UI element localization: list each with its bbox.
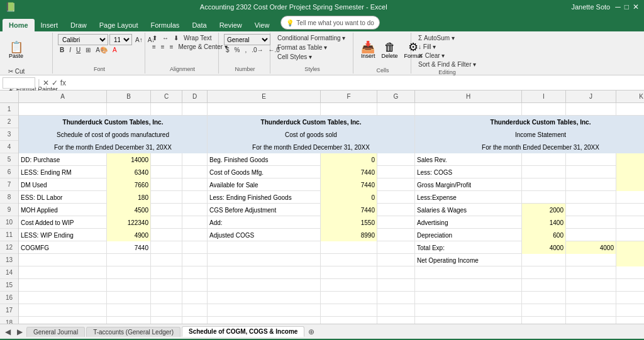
cell[interactable] [566,103,616,116]
cell[interactable] [182,241,208,254]
cell[interactable]: Salaries & Wages [415,204,522,216]
cell[interactable] [377,103,415,116]
cell[interactable] [107,103,151,116]
delete-button[interactable]: 🗑 Delete [379,34,401,67]
cell[interactable] [107,266,151,279]
fill-color-button[interactable]: A🎨 [94,46,109,54]
cell[interactable]: Less: Ending Finished Goods [208,191,321,204]
cell[interactable] [377,166,415,178]
number-format-select[interactable]: General [224,34,270,45]
cell[interactable]: LESS: WIP Ending [19,229,107,241]
cell[interactable] [151,254,182,266]
cell[interactable] [616,317,644,324]
font-color-button[interactable]: A [111,46,119,54]
cell[interactable] [377,204,415,216]
cell[interactable] [377,229,415,241]
align-right-button[interactable]: ≡ [168,43,175,51]
cell[interactable] [182,317,208,324]
cell[interactable] [522,191,566,204]
cell[interactable]: Cost Added to WIP [19,216,107,229]
cell[interactable] [182,178,208,191]
align-bottom-button[interactable]: ⬇ [172,34,180,42]
cell[interactable] [19,304,107,317]
sheet-tab-cogm[interactable]: Schedule of COGM, COGS & Income [182,326,304,337]
col-header-f[interactable]: F [321,90,377,102]
align-middle-button[interactable]: ↔ [160,34,170,42]
col-header-b[interactable]: B [107,90,151,102]
cell[interactable] [151,216,182,229]
tab-draw[interactable]: Draw [64,19,93,31]
cell[interactable]: Schedule of cost of goods manufactured [19,128,208,141]
cell[interactable] [182,204,208,216]
cell[interactable]: COGMFG [19,241,107,254]
format-as-table-button[interactable]: Format as Table ▾ [275,43,329,52]
cell[interactable] [566,204,616,216]
cell[interactable]: Beg. Finished Goods [208,153,321,166]
cell[interactable]: 4000 [566,241,616,254]
cell[interactable] [616,216,644,229]
cell[interactable]: For the month Ended December 31, 20XX [415,141,644,153]
cell[interactable] [182,103,208,116]
minimize-icon[interactable]: ─ [615,3,621,11]
cell[interactable] [566,178,616,191]
cell[interactable] [566,279,616,292]
cell[interactable]: Thunderduck Custom Tables, Inc. [415,116,644,128]
cell[interactable]: DM Used [19,178,107,191]
cell[interactable] [377,254,415,266]
cell[interactable] [616,204,644,216]
cell[interactable] [321,254,377,266]
bold-button[interactable]: B [58,46,66,54]
cell[interactable]: 7670 [616,166,644,178]
percent-button[interactable]: % [233,46,242,54]
close-icon[interactable]: ✕ [633,3,639,11]
cell[interactable] [321,241,377,254]
cell[interactable]: 8990 [321,229,377,241]
cut-button[interactable]: ✂ Cut [6,67,26,75]
cell[interactable]: 180 [107,191,151,204]
cell[interactable] [415,292,522,304]
cancel-icon[interactable]: ✕ [43,79,49,87]
cell[interactable] [415,304,522,317]
cell[interactable] [616,241,644,254]
cell[interactable] [182,304,208,317]
cell[interactable] [208,241,321,254]
cell[interactable] [107,317,151,324]
cell-styles-button[interactable]: Cell Styles ▾ [275,53,314,61]
tab-review[interactable]: Review [213,19,248,31]
cell[interactable] [321,103,377,116]
sheet-tab-t-accounts[interactable]: T-accounts (General Ledger) [86,327,180,337]
confirm-icon[interactable]: ✓ [52,79,58,87]
cell[interactable] [182,166,208,178]
cell[interactable]: ESS: DL Labor [19,191,107,204]
cell[interactable] [377,279,415,292]
cell[interactable] [208,279,321,292]
cell[interactable]: For the month Ended December 31, 20XX [208,141,415,153]
cell[interactable] [566,254,616,266]
cell[interactable]: 7330 [616,254,644,266]
dollar-button[interactable]: $ [224,46,231,54]
cell[interactable]: For the month Ended December 31, 20XX [19,141,208,153]
cell[interactable] [151,191,182,204]
cell[interactable] [415,317,522,324]
tab-insert[interactable]: Insert [35,19,65,31]
cell[interactable] [566,229,616,241]
cell[interactable] [566,216,616,229]
cell[interactable] [208,292,321,304]
cell[interactable] [616,191,644,204]
cell[interactable]: Cost of Goods Mfg. [208,166,321,178]
cell[interactable] [522,166,566,178]
col-header-g[interactable]: G [377,90,415,102]
cell[interactable]: 4500 [107,204,151,216]
italic-button[interactable]: I [67,46,73,54]
cell-reference-input[interactable] [3,77,35,89]
fx-icon[interactable]: fx [60,79,66,87]
cell[interactable]: 2000 [522,204,566,216]
cell[interactable] [182,153,208,166]
cell[interactable]: 4900 [107,229,151,241]
cell[interactable]: 14000 [107,153,151,166]
cell[interactable] [182,254,208,266]
cell[interactable] [182,279,208,292]
cell[interactable] [182,229,208,241]
cell[interactable]: 11330 [616,178,644,191]
tab-page-layout[interactable]: Page Layout [93,19,145,31]
